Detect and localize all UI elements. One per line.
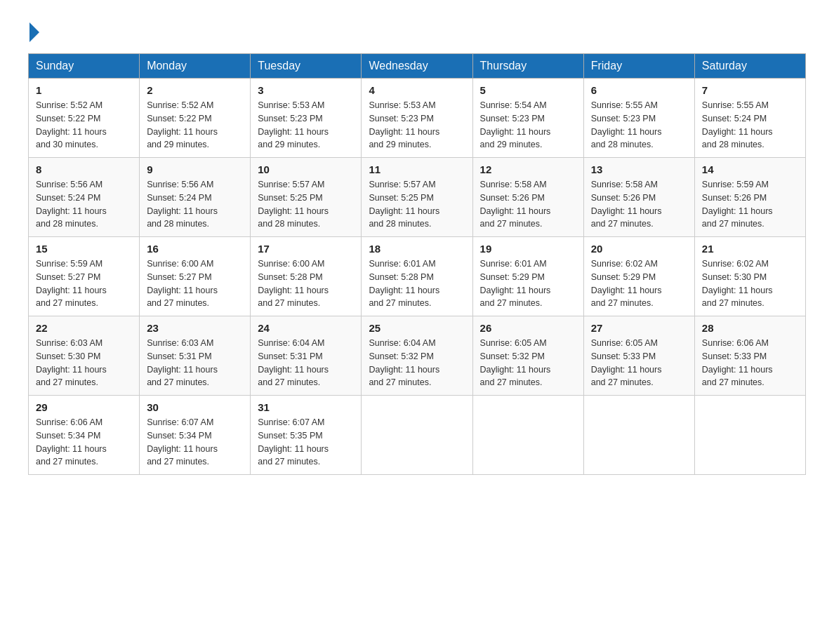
calendar-day-cell: 28Sunrise: 6:06 AMSunset: 5:33 PMDayligh… xyxy=(694,316,805,396)
day-info: Sunrise: 5:55 AMSunset: 5:24 PMDaylight:… xyxy=(702,99,798,152)
day-number: 21 xyxy=(702,243,798,255)
day-number: 10 xyxy=(258,163,354,175)
day-info: Sunrise: 6:03 AMSunset: 5:30 PMDaylight:… xyxy=(36,337,132,389)
calendar-day-cell: 16Sunrise: 6:00 AMSunset: 5:27 PMDayligh… xyxy=(140,237,251,316)
day-number: 13 xyxy=(591,163,687,175)
day-info: Sunrise: 5:56 AMSunset: 5:24 PMDaylight:… xyxy=(36,178,132,231)
day-number: 27 xyxy=(591,322,687,334)
day-number: 16 xyxy=(147,243,243,255)
calendar-day-cell: 18Sunrise: 6:01 AMSunset: 5:28 PMDayligh… xyxy=(362,237,472,316)
day-info: Sunrise: 5:59 AMSunset: 5:27 PMDaylight:… xyxy=(36,257,132,310)
calendar-table: SundayMondayTuesdayWednesdayThursdayFrid… xyxy=(28,53,806,475)
calendar-day-cell: 14Sunrise: 5:59 AMSunset: 5:26 PMDayligh… xyxy=(694,158,805,237)
page-header xyxy=(28,21,806,39)
day-info: Sunrise: 5:52 AMSunset: 5:22 PMDaylight:… xyxy=(36,99,132,152)
calendar-day-cell: 7Sunrise: 5:55 AMSunset: 5:24 PMDaylight… xyxy=(694,79,805,158)
calendar-day-cell: 17Sunrise: 6:00 AMSunset: 5:28 PMDayligh… xyxy=(251,237,362,316)
calendar-day-cell: 10Sunrise: 5:57 AMSunset: 5:25 PMDayligh… xyxy=(251,158,362,237)
calendar-day-cell: 22Sunrise: 6:03 AMSunset: 5:30 PMDayligh… xyxy=(29,316,140,396)
calendar-day-cell: 8Sunrise: 5:56 AMSunset: 5:24 PMDaylight… xyxy=(29,158,140,237)
calendar-day-cell: 4Sunrise: 5:53 AMSunset: 5:23 PMDaylight… xyxy=(362,79,472,158)
day-info: Sunrise: 6:05 AMSunset: 5:33 PMDaylight:… xyxy=(591,337,687,389)
day-number: 19 xyxy=(480,243,576,255)
calendar-day-cell: 1Sunrise: 5:52 AMSunset: 5:22 PMDaylight… xyxy=(29,79,140,158)
calendar-day-cell: 30Sunrise: 6:07 AMSunset: 5:34 PMDayligh… xyxy=(140,396,251,475)
calendar-day-cell: 12Sunrise: 5:58 AMSunset: 5:26 PMDayligh… xyxy=(472,158,583,237)
calendar-day-cell: 24Sunrise: 6:04 AMSunset: 5:31 PMDayligh… xyxy=(251,316,362,396)
day-info: Sunrise: 6:03 AMSunset: 5:31 PMDaylight:… xyxy=(147,337,243,389)
day-number: 11 xyxy=(369,163,465,175)
calendar-week-row: 29Sunrise: 6:06 AMSunset: 5:34 PMDayligh… xyxy=(29,396,806,475)
day-number: 12 xyxy=(480,163,576,175)
day-number: 18 xyxy=(369,243,465,255)
calendar-day-cell: 29Sunrise: 6:06 AMSunset: 5:34 PMDayligh… xyxy=(29,396,140,475)
day-number: 1 xyxy=(36,84,132,96)
calendar-day-cell: 27Sunrise: 6:05 AMSunset: 5:33 PMDayligh… xyxy=(583,316,694,396)
calendar-day-cell: 19Sunrise: 6:01 AMSunset: 5:29 PMDayligh… xyxy=(472,237,583,316)
day-info: Sunrise: 5:53 AMSunset: 5:23 PMDaylight:… xyxy=(369,99,465,152)
calendar-header-row: SundayMondayTuesdayWednesdayThursdayFrid… xyxy=(29,54,806,79)
calendar-day-cell xyxy=(694,396,805,475)
day-info: Sunrise: 6:04 AMSunset: 5:32 PMDaylight:… xyxy=(369,337,465,389)
day-number: 8 xyxy=(36,163,132,175)
calendar-day-cell: 26Sunrise: 6:05 AMSunset: 5:32 PMDayligh… xyxy=(472,316,583,396)
calendar-day-cell: 21Sunrise: 6:02 AMSunset: 5:30 PMDayligh… xyxy=(694,237,805,316)
calendar-day-cell: 5Sunrise: 5:54 AMSunset: 5:23 PMDaylight… xyxy=(472,79,583,158)
calendar-day-cell: 15Sunrise: 5:59 AMSunset: 5:27 PMDayligh… xyxy=(29,237,140,316)
day-info: Sunrise: 6:05 AMSunset: 5:32 PMDaylight:… xyxy=(480,337,576,389)
day-info: Sunrise: 5:57 AMSunset: 5:25 PMDaylight:… xyxy=(258,178,354,231)
calendar-week-row: 1Sunrise: 5:52 AMSunset: 5:22 PMDaylight… xyxy=(29,79,806,158)
calendar-day-cell: 6Sunrise: 5:55 AMSunset: 5:23 PMDaylight… xyxy=(583,79,694,158)
weekday-header-wednesday: Wednesday xyxy=(362,54,472,79)
weekday-header-saturday: Saturday xyxy=(694,54,805,79)
weekday-header-sunday: Sunday xyxy=(29,54,140,79)
weekday-header-friday: Friday xyxy=(583,54,694,79)
day-info: Sunrise: 6:01 AMSunset: 5:28 PMDaylight:… xyxy=(369,257,465,310)
calendar-day-cell: 3Sunrise: 5:53 AMSunset: 5:23 PMDaylight… xyxy=(251,79,362,158)
day-info: Sunrise: 5:59 AMSunset: 5:26 PMDaylight:… xyxy=(702,178,798,231)
day-number: 15 xyxy=(36,243,132,255)
weekday-header-thursday: Thursday xyxy=(472,54,583,79)
calendar-day-cell: 11Sunrise: 5:57 AMSunset: 5:25 PMDayligh… xyxy=(362,158,472,237)
calendar-day-cell xyxy=(472,396,583,475)
day-info: Sunrise: 6:00 AMSunset: 5:28 PMDaylight:… xyxy=(258,257,354,310)
day-number: 2 xyxy=(147,84,243,96)
calendar-day-cell: 23Sunrise: 6:03 AMSunset: 5:31 PMDayligh… xyxy=(140,316,251,396)
calendar-week-row: 22Sunrise: 6:03 AMSunset: 5:30 PMDayligh… xyxy=(29,316,806,396)
weekday-header-monday: Monday xyxy=(140,54,251,79)
calendar-day-cell: 2Sunrise: 5:52 AMSunset: 5:22 PMDaylight… xyxy=(140,79,251,158)
day-info: Sunrise: 6:01 AMSunset: 5:29 PMDaylight:… xyxy=(480,257,576,310)
calendar-day-cell xyxy=(583,396,694,475)
calendar-week-row: 15Sunrise: 5:59 AMSunset: 5:27 PMDayligh… xyxy=(29,237,806,316)
day-number: 3 xyxy=(258,84,354,96)
calendar-day-cell: 25Sunrise: 6:04 AMSunset: 5:32 PMDayligh… xyxy=(362,316,472,396)
day-number: 17 xyxy=(258,243,354,255)
calendar-day-cell: 9Sunrise: 5:56 AMSunset: 5:24 PMDaylight… xyxy=(140,158,251,237)
day-info: Sunrise: 5:56 AMSunset: 5:24 PMDaylight:… xyxy=(147,178,243,231)
day-info: Sunrise: 5:58 AMSunset: 5:26 PMDaylight:… xyxy=(480,178,576,231)
day-info: Sunrise: 6:06 AMSunset: 5:34 PMDaylight:… xyxy=(36,416,132,469)
day-info: Sunrise: 6:07 AMSunset: 5:35 PMDaylight:… xyxy=(258,416,354,469)
day-number: 31 xyxy=(258,401,354,413)
day-info: Sunrise: 6:04 AMSunset: 5:31 PMDaylight:… xyxy=(258,337,354,389)
day-info: Sunrise: 5:55 AMSunset: 5:23 PMDaylight:… xyxy=(591,99,687,152)
day-number: 29 xyxy=(36,401,132,413)
day-info: Sunrise: 5:57 AMSunset: 5:25 PMDaylight:… xyxy=(369,178,465,231)
day-number: 5 xyxy=(480,84,576,96)
day-number: 28 xyxy=(702,322,798,334)
day-info: Sunrise: 5:53 AMSunset: 5:23 PMDaylight:… xyxy=(258,99,354,152)
logo xyxy=(28,21,39,39)
calendar-day-cell: 31Sunrise: 6:07 AMSunset: 5:35 PMDayligh… xyxy=(251,396,362,475)
day-info: Sunrise: 6:02 AMSunset: 5:29 PMDaylight:… xyxy=(591,257,687,310)
day-number: 30 xyxy=(147,401,243,413)
logo-triangle-icon xyxy=(29,22,39,42)
day-number: 20 xyxy=(591,243,687,255)
day-info: Sunrise: 6:07 AMSunset: 5:34 PMDaylight:… xyxy=(147,416,243,469)
calendar-day-cell xyxy=(362,396,472,475)
day-number: 24 xyxy=(258,322,354,334)
day-info: Sunrise: 5:54 AMSunset: 5:23 PMDaylight:… xyxy=(480,99,576,152)
day-number: 6 xyxy=(591,84,687,96)
day-number: 26 xyxy=(480,322,576,334)
calendar-week-row: 8Sunrise: 5:56 AMSunset: 5:24 PMDaylight… xyxy=(29,158,806,237)
day-number: 25 xyxy=(369,322,465,334)
